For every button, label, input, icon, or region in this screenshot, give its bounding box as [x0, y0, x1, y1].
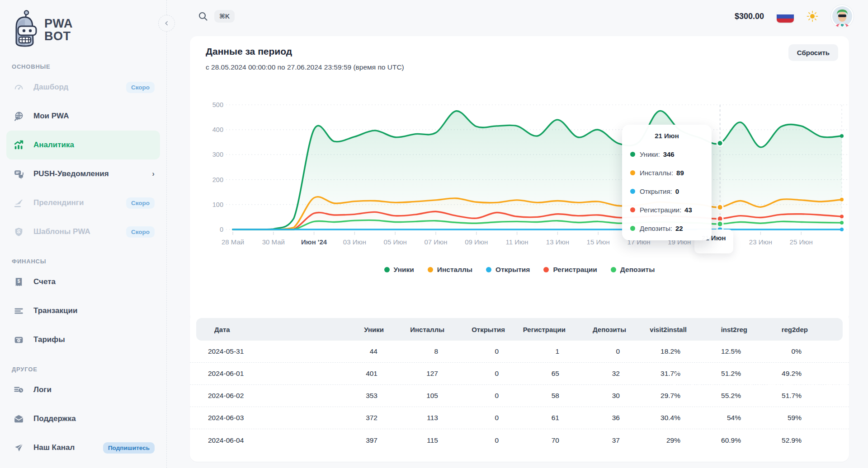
sidebar-item-label: Наш Канал: [33, 443, 75, 452]
sidebar-item-label: Мои PWA: [33, 112, 69, 121]
reset-button[interactable]: Сбросить: [788, 44, 838, 61]
value-cell: 49.2%: [741, 370, 802, 378]
table-row: 2024-06-043971150703729%60.9%52.9%: [190, 429, 849, 451]
sidebar-item-analytics[interactable]: Аналитика: [6, 131, 160, 159]
table-row: 2024-05-3144801018.2%12.5%0%: [190, 341, 849, 363]
tooltip-value: 43: [684, 206, 692, 214]
tooltip-label: Инсталлы:: [640, 169, 673, 177]
date-cell: 2024-06-01: [202, 370, 317, 378]
ticket-icon: [13, 334, 24, 346]
value-cell: 105: [377, 392, 438, 400]
stats-table-card: ДатаУникиИнсталлыОткрытияРегистрацииДепо…: [190, 313, 849, 462]
sidebar-item-dashboard[interactable]: ДашбордСкоро: [6, 73, 160, 102]
value-cell: 397: [317, 436, 377, 445]
legend-label: Депозиты: [620, 266, 655, 274]
legend-item-Уники[interactable]: Уники: [384, 266, 414, 274]
logo-text: PWA BOT: [44, 17, 73, 42]
sidebar-item-transactions[interactable]: Транзакции: [6, 296, 160, 325]
sidebar-item-label: Поддержка: [33, 414, 76, 423]
sidebar-item-label: Прелендинги: [33, 198, 84, 207]
svg-text:$: $: [17, 279, 20, 284]
tooltip-row: Инсталлы:89: [630, 169, 703, 177]
mail-icon: [13, 413, 24, 425]
table-header-row: ДатаУникиИнсталлыОткрытияРегистрацииДепо…: [196, 318, 843, 341]
sidebar-item-push[interactable]: PUSH-Уведомления›: [6, 159, 160, 188]
value-cell: 0: [438, 436, 499, 445]
sidebar-item-label: PUSH-Уведомления: [33, 169, 109, 178]
table-header-cell: Регистрации: [505, 326, 566, 333]
sidebar-section-label: ФИНАНСЫ: [12, 258, 166, 265]
series-dot-icon: [630, 152, 635, 157]
balance-amount: $300.00: [735, 12, 764, 21]
series-dot-icon: [630, 189, 635, 194]
svg-text:200: 200: [212, 176, 223, 183]
logo[interactable]: PWA BOT: [0, 8, 166, 51]
svg-text:300: 300: [212, 151, 223, 158]
value-cell: 36: [559, 414, 620, 422]
value-cell: 29%: [620, 436, 680, 445]
svg-text:13 Июн: 13 Июн: [546, 238, 569, 246]
sidebar-item-pwa-templates[interactable]: Шаблоны PWAСкоро: [6, 217, 160, 246]
period-subtitle: с 28.05.2024 00:00:00 по 27.06.2024 23:5…: [206, 63, 404, 71]
value-cell: 372: [317, 414, 377, 422]
table-header-cell: Уники: [323, 326, 384, 333]
language-flag-russia[interactable]: [777, 10, 794, 23]
table-row: 2024-06-023531050583029.7%55.2%51.7%: [190, 385, 849, 407]
series-dot-icon: [630, 207, 635, 212]
legend-item-Инсталлы[interactable]: Инсталлы: [428, 266, 472, 274]
sidebar-item-prelanding[interactable]: ПрелендингиСкоро: [6, 188, 160, 217]
svg-text:Июн '24: Июн '24: [301, 238, 327, 246]
table-header-cell: visit2install: [626, 326, 687, 333]
value-cell: 70: [499, 436, 559, 445]
send-icon: [13, 442, 24, 454]
sidebar-item-label: Аналитика: [33, 140, 74, 150]
value-cell: 12.5%: [680, 347, 741, 356]
user-avatar[interactable]: [831, 5, 854, 28]
legend-item-Открытия[interactable]: Открытия: [486, 266, 530, 274]
legend-dot-icon: [543, 267, 549, 272]
sidebar-item-channel[interactable]: Наш КаналПодпишитесь: [6, 433, 160, 462]
period-data-card: Данные за период с 28.05.2024 00:00:00 п…: [190, 36, 849, 322]
globe-icon: [13, 110, 24, 122]
svg-text:400: 400: [212, 126, 223, 133]
search-button[interactable]: ⌘K: [198, 10, 235, 23]
plane-icon: [13, 197, 24, 209]
svg-text:03 Июн: 03 Июн: [343, 238, 366, 246]
tooltip-value: 22: [675, 225, 683, 232]
svg-text:15 Июн: 15 Июн: [587, 238, 610, 246]
badge-channel[interactable]: Подпишитесь: [103, 442, 155, 454]
value-cell: 54%: [680, 414, 741, 422]
sidebar-item-my-pwa[interactable]: Мои PWA: [6, 102, 160, 131]
value-cell: 31.7%: [620, 370, 680, 378]
value-cell: 0: [438, 414, 499, 422]
theme-toggle-button[interactable]: [807, 10, 818, 22]
tooltip-label: Открытия:: [640, 187, 672, 195]
legend-item-Депозиты[interactable]: Депозиты: [611, 266, 655, 274]
date-cell: 2024-06-04: [202, 436, 317, 445]
sidebar-collapse-button[interactable]: [158, 15, 175, 32]
sidebar-section-label: ДРУГОЕ: [12, 366, 166, 373]
analytics-chart[interactable]: 010020030040050028 Май30 МайИюн '2403 Ию…: [198, 102, 850, 258]
value-cell: 0%: [741, 347, 802, 356]
series-dot-icon: [630, 226, 635, 231]
value-cell: 60.9%: [680, 436, 741, 445]
value-cell: 32: [559, 370, 620, 378]
chart-icon: [13, 139, 24, 151]
sidebar-item-label: Дашборд: [33, 83, 68, 92]
svg-text:100: 100: [212, 201, 223, 208]
legend-dot-icon: [384, 267, 390, 272]
sidebar-item-logs[interactable]: Логи: [6, 375, 160, 404]
value-cell: 0: [438, 392, 499, 400]
gauge-icon: [13, 81, 24, 93]
sidebar-item-tariffs[interactable]: Тарифы: [6, 325, 160, 354]
sidebar-item-accounts[interactable]: $Счета: [6, 267, 160, 296]
svg-text:0: 0: [220, 226, 223, 233]
legend-item-Регистрации[interactable]: Регистрации: [543, 266, 597, 274]
badge-pwa-templates: Скоро: [126, 226, 155, 238]
chat-icon: [13, 168, 24, 180]
log-icon: [13, 384, 24, 396]
svg-text:500: 500: [212, 102, 223, 108]
value-cell: 51.2%: [680, 370, 741, 378]
sidebar-item-support[interactable]: Поддержка: [6, 404, 160, 433]
value-cell: 18.2%: [620, 347, 680, 356]
